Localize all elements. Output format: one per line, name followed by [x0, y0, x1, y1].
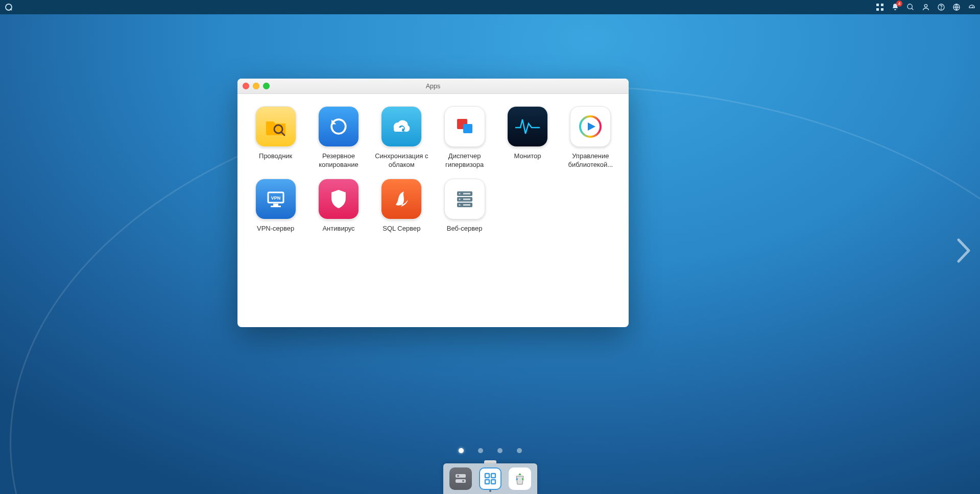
dock-control-panel[interactable] — [449, 467, 472, 490]
window-titlebar[interactable]: Apps — [237, 79, 629, 94]
svg-rect-26 — [463, 199, 470, 200]
app-monitor[interactable]: Монитор — [498, 106, 556, 169]
app-label: Синхронизация с облаком — [373, 152, 430, 169]
svg-rect-3 — [876, 8, 879, 11]
apps-grid-icon[interactable] — [876, 3, 884, 11]
next-page-arrow[interactable] — [955, 237, 973, 266]
apps-grid: Проводник Резервное копирование Синхрони… — [237, 94, 629, 245]
search-icon[interactable] — [906, 3, 915, 11]
svg-point-30 — [457, 475, 459, 477]
page-indicator — [459, 448, 522, 453]
play-icon — [570, 106, 611, 147]
app-label: Проводник — [259, 152, 292, 161]
notifications-icon[interactable]: 4 — [891, 3, 899, 11]
svg-rect-1 — [876, 4, 879, 6]
dock-recycle-bin[interactable] — [509, 467, 531, 490]
svg-point-6 — [924, 5, 927, 7]
window-maximize-button[interactable] — [263, 83, 270, 89]
app-vpn-server[interactable]: VPN VPN-сервер — [247, 179, 304, 233]
dock-apps[interactable] — [479, 467, 501, 490]
dashboard-icon[interactable] — [968, 3, 976, 11]
svg-rect-34 — [485, 480, 489, 484]
folder-search-icon — [255, 106, 296, 147]
page-dot-4[interactable] — [517, 448, 522, 453]
app-label: Резервное копирование — [310, 152, 367, 169]
app-hypervisor[interactable]: Диспетчер гипервизора — [436, 106, 493, 169]
svg-point-31 — [462, 480, 464, 482]
svg-rect-32 — [485, 474, 489, 478]
app-label: SQL Сервер — [383, 225, 420, 233]
app-label: VPN-сервер — [257, 225, 294, 233]
svg-rect-13 — [463, 124, 472, 133]
svg-point-5 — [907, 4, 912, 9]
app-cloud-sync[interactable]: Синхронизация с облаком — [373, 106, 431, 169]
svg-rect-27 — [463, 204, 470, 206]
page-dot-2[interactable] — [478, 448, 483, 453]
logo-icon[interactable] — [4, 3, 13, 12]
svg-rect-17 — [273, 204, 278, 206]
globe-icon[interactable] — [952, 3, 961, 11]
app-backup[interactable]: Резервное копирование — [309, 106, 367, 169]
app-sql-server[interactable]: SQL Сервер — [373, 179, 431, 233]
window-close-button[interactable] — [243, 83, 249, 89]
svg-text:VPN: VPN — [271, 195, 280, 201]
dock — [443, 460, 537, 494]
svg-point-24 — [459, 204, 460, 206]
shield-icon — [318, 179, 359, 219]
page-dot-3[interactable] — [497, 448, 503, 453]
svg-rect-2 — [881, 4, 883, 6]
svg-point-8 — [941, 9, 941, 9]
svg-rect-18 — [271, 206, 281, 207]
window-title: Apps — [237, 83, 629, 90]
notification-badge: 4 — [896, 1, 902, 7]
svg-rect-4 — [881, 8, 883, 11]
cloud-sync-icon — [381, 106, 422, 147]
help-icon[interactable] — [937, 3, 945, 11]
app-library-management[interactable]: Управление библиотекой... — [562, 106, 619, 169]
user-icon[interactable] — [922, 3, 930, 11]
app-web-server[interactable]: Веб-сервер — [436, 179, 493, 233]
app-antivirus[interactable]: Антивирус — [309, 179, 367, 233]
app-label: Веб-сервер — [447, 225, 483, 233]
svg-point-22 — [459, 193, 460, 194]
app-label: Управление библиотекой... — [562, 152, 619, 169]
svg-rect-25 — [463, 193, 470, 194]
sql-icon — [381, 179, 422, 219]
apps-window: Apps Проводник Резервное копирование — [237, 79, 629, 327]
app-file-explorer[interactable]: Проводник — [247, 106, 304, 169]
restore-icon — [318, 106, 359, 147]
svg-point-23 — [459, 199, 460, 200]
menubar: 4 — [0, 0, 980, 14]
svg-rect-35 — [491, 480, 495, 484]
svg-rect-33 — [491, 474, 495, 478]
monitor-icon — [507, 106, 548, 147]
app-label: Антивирус — [322, 225, 354, 233]
svg-point-11 — [331, 119, 346, 134]
hypervisor-icon — [444, 106, 485, 147]
app-label: Монитор — [514, 152, 541, 161]
app-label: Диспетчер гипервизора — [436, 152, 493, 169]
vpn-icon: VPN — [255, 179, 296, 219]
page-dot-1[interactable] — [459, 448, 464, 453]
window-minimize-button[interactable] — [253, 83, 259, 89]
server-rack-icon — [444, 179, 485, 219]
